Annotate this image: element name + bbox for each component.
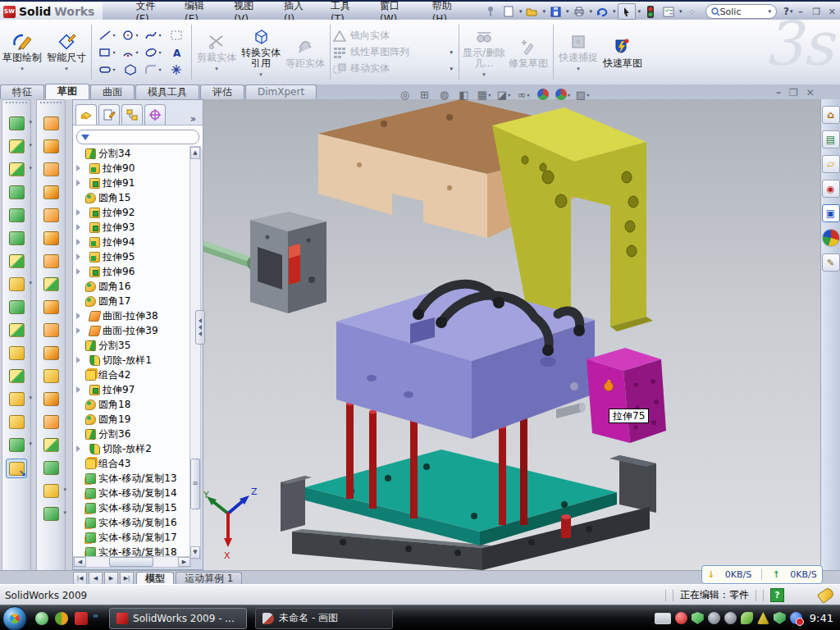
quick-tips-icon[interactable]: ? <box>770 588 784 602</box>
app-launcher-icon[interactable] <box>55 612 68 625</box>
expand-arrow-icon[interactable] <box>76 239 87 245</box>
doc-close-button[interactable]: ✕ <box>806 87 815 98</box>
panel-overflow-chevron[interactable]: » <box>190 113 196 125</box>
help-button[interactable]: ? <box>783 6 789 17</box>
line-icon[interactable]: ▾ <box>96 27 118 43</box>
search-dropdown[interactable]: ▾ <box>768 8 771 15</box>
tree-item[interactable]: 实体-移动/复制16 <box>73 515 191 530</box>
view-palette-icon[interactable] <box>822 204 840 222</box>
app-close-button[interactable]: ✕ <box>824 7 840 17</box>
messenger-icon[interactable] <box>35 612 48 625</box>
untrim-surface-icon[interactable] <box>41 390 61 408</box>
pattern-icon[interactable] <box>7 275 26 293</box>
open-icon[interactable] <box>523 4 540 19</box>
tray-messenger-busy-icon[interactable] <box>790 612 802 624</box>
appearances-scenes-icon[interactable] <box>822 229 840 247</box>
tree-item[interactable]: 曲面-拉伸38 <box>73 308 191 323</box>
expand-arrow-icon[interactable] <box>76 165 87 171</box>
tree-item[interactable]: 圆角17 <box>73 294 191 308</box>
tree-item[interactable]: 拉伸96 <box>73 264 191 279</box>
tree-item[interactable]: 拉伸95 <box>73 249 191 264</box>
tree-item[interactable]: 拉伸91 <box>73 176 191 190</box>
tree-item[interactable]: 圆角16 <box>73 279 191 294</box>
extruded-boss-icon[interactable] <box>7 114 26 132</box>
tree-item[interactable]: 拉伸93 <box>73 220 191 235</box>
delete-face-icon[interactable] <box>41 344 61 362</box>
propertymanager-icon[interactable] <box>98 104 120 125</box>
tree-item[interactable]: 切除-放样1 <box>73 353 191 368</box>
select-dropdown[interactable]: ▾ <box>638 8 641 15</box>
rapid-sketch-button[interactable]: 快速草图 <box>600 20 645 84</box>
toolbar-grip[interactable] <box>6 102 27 110</box>
extruded-cut-icon[interactable] <box>7 137 26 155</box>
tab-first-button[interactable]: |◀ <box>73 572 87 585</box>
tree-item[interactable]: 实体-移动/复制14 <box>73 486 191 500</box>
tree-item[interactable]: 组合43 <box>73 456 191 471</box>
ruled-surface-icon[interactable] <box>41 321 61 339</box>
curve-icon[interactable] <box>7 436 26 454</box>
display-pane-icon[interactable]: ⁘ <box>684 4 701 19</box>
scroll-thumb[interactable] <box>190 459 200 509</box>
tree-item[interactable]: 拉伸92 <box>73 205 191 220</box>
tree-item[interactable]: 分割36 <box>73 427 191 441</box>
appearance-traffic-icon[interactable] <box>642 4 659 19</box>
app-minimize-button[interactable]: – <box>792 7 808 17</box>
graphics-area[interactable]: Y Z X 拉伸75 <box>203 99 820 570</box>
custom-properties-icon[interactable] <box>822 253 840 272</box>
expand-arrow-icon[interactable] <box>76 268 87 275</box>
plane-icon[interactable] <box>7 413 26 431</box>
start-button[interactable] <box>2 606 27 630</box>
expand-arrow-icon[interactable] <box>76 445 87 452</box>
tree-filter-input[interactable] <box>76 130 199 144</box>
sketch-button[interactable]: 草图绘制▾ <box>0 20 44 84</box>
undo-icon[interactable] <box>594 4 610 19</box>
command-manager-tab[interactable]: 曲面 <box>90 84 135 99</box>
tree-item[interactable]: 实体-移动/复制13 <box>73 471 191 486</box>
view-orientation-icon[interactable]: ▦▾ <box>477 87 491 102</box>
scroll-thumb-h[interactable] <box>109 557 153 567</box>
options-dropdown[interactable]: ▾ <box>679 8 682 15</box>
model-tab[interactable]: 模型 <box>136 572 174 585</box>
expand-arrow-icon[interactable] <box>76 253 87 260</box>
tab-next-button[interactable]: ▶ <box>104 572 118 585</box>
rectangle-icon[interactable]: ▾ <box>96 44 118 61</box>
print-icon[interactable] <box>571 4 587 19</box>
tree-item[interactable]: 曲面-拉伸39 <box>73 323 191 338</box>
design-library-icon[interactable] <box>822 130 840 148</box>
point-icon[interactable] <box>165 62 187 78</box>
tree-item[interactable]: 圆角15 <box>73 190 191 205</box>
scroll-right-arrow[interactable]: ▶ <box>178 557 190 567</box>
tree-item[interactable]: 圆角19 <box>73 412 191 427</box>
tray-antivirus-icon[interactable] <box>675 612 687 624</box>
tree-item[interactable]: 拉伸94 <box>73 235 191 249</box>
tab-last-button[interactable]: ▶| <box>120 572 134 585</box>
doc-restore-button[interactable]: ❐ <box>789 87 798 98</box>
offset-surface-icon[interactable] <box>41 229 61 247</box>
hide-show-items-icon[interactable]: ∞▾ <box>516 87 531 102</box>
split-icon[interactable] <box>7 298 26 316</box>
lofted-surface-icon[interactable] <box>41 183 61 201</box>
input-method-keyboard-icon[interactable] <box>655 613 671 624</box>
filled-surface-icon[interactable] <box>41 436 61 454</box>
move-copy-body-icon[interactable] <box>7 367 26 385</box>
expand-arrow-icon[interactable] <box>76 209 87 216</box>
options-list-icon[interactable] <box>660 4 677 19</box>
draft-icon[interactable] <box>7 229 26 247</box>
expand-arrow-icon[interactable] <box>76 224 87 231</box>
tags-icon[interactable] <box>817 587 835 604</box>
pin-icon[interactable] <box>482 4 499 19</box>
zoom-to-area-icon[interactable]: ⊞ <box>418 87 432 102</box>
file-explorer-icon[interactable] <box>822 155 840 173</box>
polygon-icon[interactable] <box>119 62 141 78</box>
reference-point-icon[interactable] <box>7 390 26 408</box>
split2-icon[interactable] <box>7 321 26 339</box>
smart-dimension-button[interactable]: 智能尺寸▾ <box>44 20 89 84</box>
ellipse-icon[interactable]: ▾ <box>142 44 164 61</box>
knit-surface-icon[interactable] <box>41 275 61 293</box>
swept-surface-icon[interactable] <box>41 114 61 132</box>
reference-geometry-icon[interactable] <box>41 482 61 500</box>
expand-arrow-icon[interactable] <box>76 180 87 186</box>
select-icon[interactable] <box>618 3 636 20</box>
command-manager-tab[interactable]: 模具工具 <box>135 84 199 99</box>
undo-dropdown[interactable]: ▾ <box>613 8 616 15</box>
